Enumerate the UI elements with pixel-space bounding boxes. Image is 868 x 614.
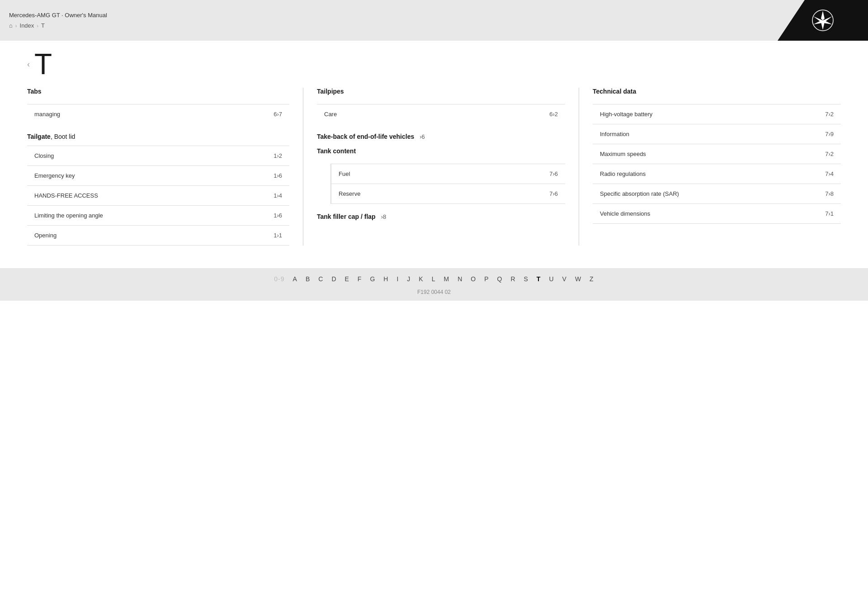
page-number: ›6: [420, 133, 425, 140]
page-number: 7›6: [549, 190, 558, 197]
alpha-09[interactable]: 0-9: [274, 275, 284, 283]
breadcrumb-index[interactable]: Index: [20, 22, 34, 29]
list-item[interactable]: HANDS-FREE ACCESS 1›4: [27, 185, 289, 205]
page-number: 7›2: [825, 111, 834, 118]
alpha-a[interactable]: A: [293, 275, 297, 283]
list-item[interactable]: Fuel 7›6: [331, 164, 565, 184]
alpha-e[interactable]: E: [345, 275, 349, 283]
alpha-b[interactable]: B: [306, 275, 310, 283]
list-item[interactable]: Radio regulations 7›4: [593, 164, 841, 184]
list-item[interactable]: Emergency key 1›6: [27, 165, 289, 185]
list-item[interactable]: Specific absorption rate (SAR) 7›8: [593, 184, 841, 203]
item-label: Opening: [34, 232, 57, 239]
home-icon[interactable]: ⌂: [9, 22, 13, 29]
breadcrumb-current: T: [41, 22, 45, 29]
item-label: HANDS-FREE ACCESS: [34, 192, 98, 199]
heading-tailpipes: Tailpipes: [317, 88, 565, 97]
item-label: Fuel: [339, 170, 350, 177]
logo-area: [778, 0, 868, 41]
item-label: Take-back of end-of-life vehicles: [317, 133, 414, 140]
column-3: Technical data High-voltage battery 7›2 …: [579, 88, 841, 246]
main-content: Tabs managing 6›7 Tailgate, Boot lid Clo…: [0, 83, 868, 259]
alpha-n[interactable]: N: [458, 275, 462, 283]
technical-items: High-voltage battery 7›2 Information 7›9…: [593, 104, 841, 224]
page-number: 1›6: [274, 212, 282, 219]
list-item[interactable]: Information 7›9: [593, 124, 841, 144]
page-number: 7›2: [825, 151, 834, 157]
list-item[interactable]: Vehicle dimensions 7›1: [593, 203, 841, 224]
alpha-v[interactable]: V: [562, 275, 567, 283]
back-arrow[interactable]: ‹: [27, 60, 30, 69]
takeback-link[interactable]: Take-back of end-of-life vehicles ›6: [317, 133, 565, 140]
alpha-p[interactable]: P: [484, 275, 489, 283]
tank-filler-link[interactable]: Tank filler cap / flap ›8: [317, 213, 565, 220]
alpha-d[interactable]: D: [331, 275, 336, 283]
alpha-l[interactable]: L: [432, 275, 436, 283]
header-left: Mercedes-AMG GT · Owner's Manual ⌂ › Ind…: [0, 6, 116, 34]
alpha-t[interactable]: T: [537, 275, 541, 283]
page-number: 1›4: [274, 192, 282, 199]
column-1: Tabs managing 6›7 Tailgate, Boot lid Clo…: [27, 88, 289, 246]
alpha-g[interactable]: G: [370, 275, 375, 283]
list-item[interactable]: Reserve 7›6: [331, 184, 565, 204]
page-number: 6›7: [274, 111, 282, 118]
list-item[interactable]: Care 6›2: [317, 104, 565, 124]
page-number: 7›1: [825, 210, 834, 217]
list-item[interactable]: Maximum speeds 7›2: [593, 144, 841, 164]
list-item[interactable]: Closing 1›2: [27, 146, 289, 165]
alpha-k[interactable]: K: [419, 275, 423, 283]
alpha-f[interactable]: F: [358, 275, 362, 283]
svg-marker-1: [821, 11, 825, 20]
page-number: 1›2: [274, 152, 282, 159]
page-letter-section: ‹ T: [0, 41, 868, 83]
item-label: Radio regulations: [600, 170, 646, 177]
alpha-w[interactable]: W: [575, 275, 581, 283]
item-label: Tank filler cap / flap: [317, 213, 376, 220]
sep2: ›: [37, 23, 38, 28]
sep1: ›: [15, 23, 17, 28]
alpha-m[interactable]: M: [443, 275, 449, 283]
alpha-z[interactable]: Z: [590, 275, 594, 283]
current-letter: T: [34, 50, 52, 79]
manual-title: Mercedes-AMG GT · Owner's Manual: [9, 12, 107, 19]
alpha-c[interactable]: C: [318, 275, 323, 283]
alpha-j[interactable]: J: [407, 275, 410, 283]
item-label: Information: [600, 131, 629, 137]
tailgate-items: Closing 1›2 Emergency key 1›6 HANDS-FREE…: [27, 146, 289, 246]
item-label: Specific absorption rate (SAR): [600, 190, 679, 197]
alpha-o[interactable]: O: [471, 275, 476, 283]
item-label: Vehicle dimensions: [600, 210, 650, 217]
alpha-q[interactable]: Q: [497, 275, 502, 283]
column-2: Tailpipes Care 6›2 Take-back of end-of-l…: [303, 88, 565, 246]
item-label: High-voltage battery: [600, 111, 652, 118]
item-label: Closing: [34, 152, 54, 159]
alpha-s[interactable]: S: [524, 275, 528, 283]
heading-tank-content: Tank content: [317, 147, 565, 156]
list-item[interactable]: High-voltage battery 7›2: [593, 104, 841, 124]
mercedes-star-icon: [811, 9, 834, 32]
footer-code: F192 0044 02: [0, 286, 868, 301]
page-number: 1›1: [274, 232, 282, 239]
breadcrumb: ⌂ › Index › T: [9, 22, 107, 29]
list-item[interactable]: Limiting the opening angle 1›6: [27, 205, 289, 225]
group-title-tailgate: Tailgate, Boot lid: [27, 133, 289, 140]
page-number: 7›8: [825, 190, 834, 197]
page-number: 7›4: [825, 170, 834, 177]
alphabet-bar: 0-9 A B C D E F G H I J K L M N O P Q R …: [0, 268, 868, 286]
page-number: 1›6: [274, 172, 282, 179]
tank-sub-items: Fuel 7›6 Reserve 7›6: [330, 164, 565, 204]
alpha-r[interactable]: R: [510, 275, 515, 283]
item-label: Emergency key: [34, 172, 75, 179]
item-label: Reserve: [339, 190, 360, 197]
item-label: Limiting the opening angle: [34, 212, 103, 219]
heading-technical-data: Technical data: [593, 88, 841, 97]
item-label: Care: [324, 111, 337, 118]
page-number: 6›2: [549, 111, 558, 118]
page-number: ›8: [381, 213, 387, 220]
alpha-u[interactable]: U: [549, 275, 554, 283]
page-number: 7›6: [549, 170, 558, 177]
alpha-h[interactable]: H: [383, 275, 388, 283]
alpha-i[interactable]: I: [396, 275, 399, 283]
list-item[interactable]: managing 6›7: [27, 104, 289, 124]
list-item[interactable]: Opening 1›1: [27, 225, 289, 246]
